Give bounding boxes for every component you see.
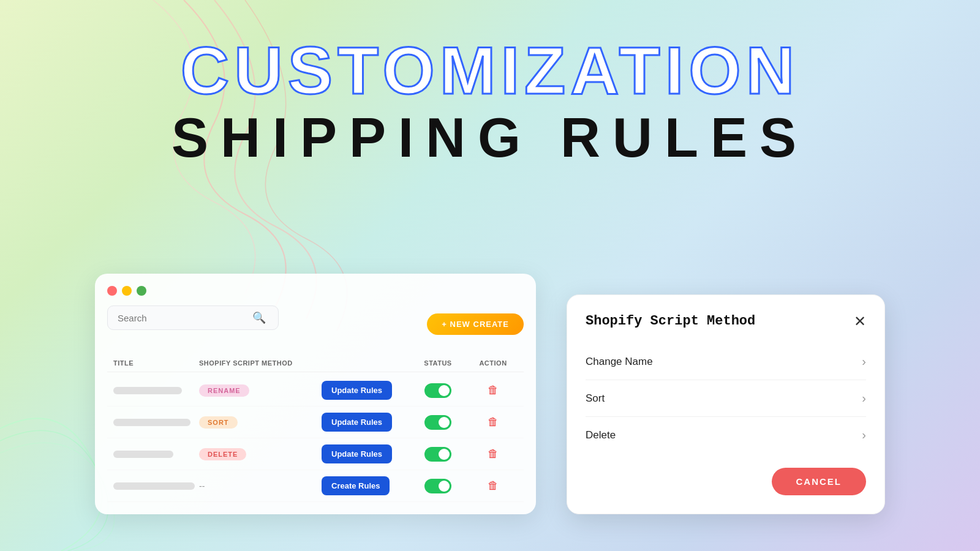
modal-item-label: Sort [586,392,605,405]
table-row: RENAME Update Rules 🗑 [107,375,524,407]
window-dot-minimize[interactable] [122,286,132,296]
toggle-switch[interactable] [424,383,451,398]
chevron-right-icon: › [862,354,866,369]
method-badge-delete: DELETE [199,448,246,460]
title-bar [113,482,195,490]
table-row: -- Create Rules 🗑 [107,470,524,502]
chevron-right-icon: › [862,428,866,442]
col-method: SHOPIFY SCRIPT METHOD [199,359,322,367]
search-icon: 🔍 [252,311,266,324]
method-badge-rename: RENAME [199,384,249,397]
update-rules-button[interactable]: Update Rules [322,444,392,463]
toggle-switch[interactable] [424,415,451,430]
cancel-button[interactable]: CANCEL [772,468,867,495]
modal-footer: CANCEL [586,468,866,495]
trash-icon[interactable]: 🗑 [488,416,499,429]
col-empty [322,359,407,367]
modal-item-label: Change Name [586,356,653,368]
search-bar: 🔍 [107,305,279,330]
modal-title: Shopify Script Method [586,313,755,329]
col-status: STATUS [407,359,469,367]
modal-item-label: Delete [586,429,616,441]
left-panel: 🔍 + NEW CREATE TITLE SHOPIFY SCRIPT METH… [95,274,536,514]
toggle-switch[interactable] [424,479,451,493]
update-rules-button[interactable]: Update Rules [322,413,392,432]
method-badge-sort: SORT [199,416,238,429]
table-row: SORT Update Rules 🗑 [107,407,524,438]
table-header: TITLE SHOPIFY SCRIPT METHOD STATUS ACTIO… [107,354,524,372]
trash-icon[interactable]: 🗑 [488,479,499,492]
title-shipping-rules: SHIPPING RULES [0,110,980,165]
col-title: TITLE [113,359,199,367]
trash-icon[interactable]: 🗑 [488,448,499,460]
title-customization: CUSTOMIZATION [0,37,980,104]
method-dash: -- [199,481,205,491]
modal-item-change-name[interactable]: Change Name › [586,343,866,380]
toggle-switch[interactable] [424,447,451,462]
right-panel: Shopify Script Method ✕ Change Name › So… [567,294,885,514]
modal-item-delete[interactable]: Delete › [586,417,866,453]
trash-icon[interactable]: 🗑 [488,384,499,397]
window-dot-expand[interactable] [137,286,146,296]
modal-item-sort[interactable]: Sort › [586,380,866,417]
title-bar [113,387,182,394]
window-dot-close[interactable] [107,286,117,296]
update-rules-button[interactable]: Update Rules [322,381,392,400]
create-rules-button[interactable]: Create Rules [322,476,390,495]
new-create-button[interactable]: + NEW CREATE [427,313,524,335]
title-bar [113,419,190,426]
table-row: DELETE Update Rules 🗑 [107,438,524,470]
window-controls [107,286,524,296]
close-button[interactable]: ✕ [854,314,866,329]
modal-header: Shopify Script Method ✕ [586,313,866,329]
title-bar [113,451,173,458]
search-input[interactable] [118,313,252,323]
col-action: ACTION [469,359,518,367]
chevron-right-icon: › [862,391,866,405]
